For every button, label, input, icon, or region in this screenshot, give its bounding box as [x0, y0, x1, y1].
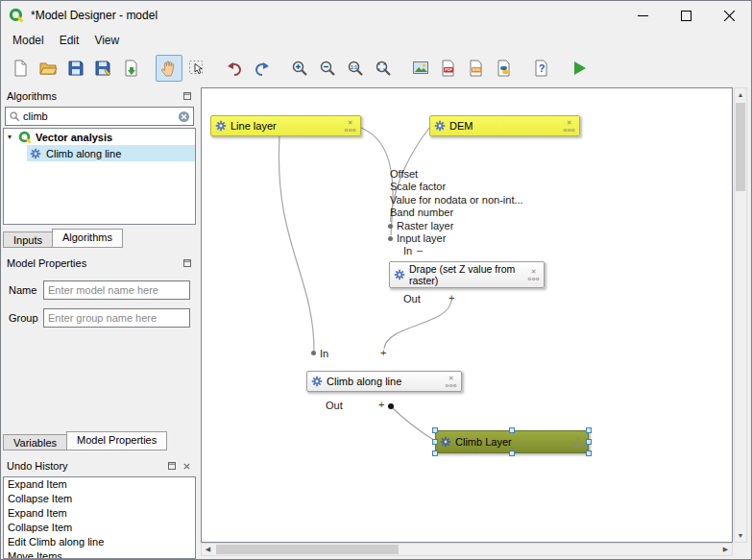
selected-row-highlight[interactable]: Climb along line	[27, 145, 195, 161]
climb-in-socket-dot[interactable]	[311, 351, 316, 355]
node-controls: ✕ ooo	[342, 119, 357, 133]
horizontal-scroll-thumb[interactable]	[216, 545, 399, 554]
menu-model[interactable]: Model	[5, 32, 52, 49]
selection-handle[interactable]	[432, 450, 438, 456]
export-model-button[interactable]	[118, 55, 145, 82]
socket-dot[interactable]	[388, 236, 393, 241]
zoom-out-icon	[318, 59, 337, 78]
open-folder-icon	[38, 59, 58, 78]
scroll-up-icon[interactable]: ▲	[735, 88, 746, 101]
node-controls: ✕ ooo	[561, 119, 576, 133]
zoom-actual-button[interactable]: 1:1	[342, 55, 369, 82]
climb-out-expand-toggle[interactable]: +	[378, 399, 384, 410]
model-node-climb-along-line[interactable]: Climb along line ✕ ooo	[306, 371, 462, 392]
export-svg-button[interactable]: SVG	[463, 55, 490, 82]
export-image-button[interactable]	[407, 55, 434, 82]
zoom-out-button[interactable]	[314, 55, 341, 82]
redo-button[interactable]	[249, 55, 276, 82]
save-model-button[interactable]	[62, 55, 89, 82]
menu-edit[interactable]: Edit	[52, 32, 87, 49]
socket-dot[interactable]	[388, 224, 393, 229]
drape-param-raster-layer[interactable]: Raster layer	[388, 220, 453, 231]
svg-text:PDF: PDF	[445, 67, 453, 72]
select-tool-button[interactable]	[183, 55, 210, 82]
tab-variables[interactable]: Variables	[3, 434, 67, 450]
export-pdf-button[interactable]: PDF	[435, 55, 462, 82]
tree-group-vector-analysis[interactable]: ▾ Vector analysis	[4, 129, 195, 145]
selection-handle[interactable]	[432, 439, 438, 445]
close-panel-icon[interactable]	[181, 460, 193, 473]
window-title: *Model Designer - model	[31, 9, 158, 22]
node-menu-icon[interactable]: ooo	[528, 276, 541, 281]
maximize-button[interactable]	[665, 1, 708, 30]
undo-list-item[interactable]: Collapse Item	[4, 492, 195, 506]
canvas-horizontal-scrollbar[interactable]: ◀ ▶	[201, 543, 733, 556]
close-button[interactable]	[708, 1, 751, 30]
zoom-full-button[interactable]	[370, 55, 397, 82]
edit-help-button[interactable]: ?	[528, 55, 555, 82]
drape-out-expand-toggle[interactable]: +	[449, 292, 454, 304]
model-canvas[interactable]: Line layer ✕ ooo DEM ✕ ooo Offset Scale …	[201, 87, 733, 543]
float-panel-icon[interactable]	[181, 257, 193, 270]
tree-group-label: Vector analysis	[36, 132, 112, 143]
scroll-down-icon[interactable]: ▼	[735, 529, 746, 542]
svg-text:SVG: SVG	[473, 67, 480, 72]
export-python-button[interactable]	[491, 55, 518, 82]
selection-handle[interactable]	[432, 427, 438, 433]
model-node-line-layer[interactable]: Line layer ✕ ooo	[210, 115, 361, 136]
node-menu-icon[interactable]: ooo	[572, 443, 585, 449]
undo-list-item[interactable]: Expand Item	[4, 477, 195, 492]
float-panel-icon[interactable]	[181, 90, 193, 103]
undo-list-item[interactable]: Collapse Item	[4, 521, 195, 535]
undo-button[interactable]	[221, 55, 248, 82]
run-model-button[interactable]	[566, 55, 593, 82]
climb-out-socket-dot[interactable]	[388, 403, 394, 409]
search-input[interactable]	[23, 110, 178, 122]
tree-item-climb-along-line[interactable]: Climb along line	[4, 145, 195, 161]
tree-expander-icon[interactable]: ▾	[8, 133, 18, 141]
drape-param-band-number: Band number	[388, 207, 453, 218]
save-model-as-button[interactable]	[90, 55, 117, 82]
selection-handle[interactable]	[586, 450, 592, 456]
node-menu-icon[interactable]: ooo	[446, 382, 458, 388]
minimize-button[interactable]	[621, 1, 665, 30]
climb-in-expand-toggle[interactable]: +	[380, 347, 386, 358]
scroll-left-icon[interactable]: ◀	[202, 544, 214, 555]
selection-handle[interactable]	[509, 450, 515, 456]
zoom-in-button[interactable]	[286, 55, 313, 82]
drape-in-collapse-toggle[interactable]: –	[417, 244, 423, 256]
node-menu-icon[interactable]: ooo	[345, 127, 357, 133]
selection-handle[interactable]	[586, 439, 592, 445]
open-model-button[interactable]	[35, 55, 61, 82]
drape-param-input-layer[interactable]: Input layer	[388, 232, 446, 244]
tab-algorithms[interactable]: Algorithms	[52, 229, 123, 248]
tab-model-properties[interactable]: Model Properties	[66, 431, 167, 450]
tab-inputs[interactable]: Inputs	[3, 231, 53, 248]
node-collapse-icon[interactable]: ✕	[567, 119, 572, 126]
model-name-input[interactable]	[43, 280, 190, 300]
scroll-right-icon[interactable]: ▶	[719, 544, 732, 555]
node-menu-icon[interactable]: ooo	[564, 127, 576, 133]
undo-list-item[interactable]: Edit Climb along line	[4, 535, 195, 549]
export-svg-icon: SVG	[467, 59, 486, 78]
model-group-input[interactable]	[43, 308, 190, 328]
pan-tool-button[interactable]	[156, 55, 182, 82]
node-collapse-icon[interactable]: ✕	[575, 435, 581, 442]
export-image-icon	[411, 59, 430, 78]
node-collapse-icon[interactable]: ✕	[531, 268, 537, 275]
undo-list-item[interactable]: Move Items	[4, 549, 195, 559]
float-panel-icon[interactable]	[165, 460, 178, 473]
menu-view[interactable]: View	[86, 32, 127, 49]
canvas-vertical-scrollbar[interactable]: ▲ ▼	[734, 87, 747, 543]
vertical-scroll-thumb[interactable]	[736, 103, 745, 191]
selection-handle[interactable]	[509, 427, 515, 433]
model-node-dem[interactable]: DEM ✕ ooo	[429, 115, 580, 136]
undo-list-item[interactable]: Expand Item	[4, 506, 195, 521]
node-collapse-icon[interactable]: ✕	[449, 375, 454, 381]
undo-history-title: Undo History	[7, 460, 68, 472]
clear-search-icon[interactable]	[178, 110, 190, 123]
model-node-drape[interactable]: Drape (set Z value from raster) ✕ ooo	[389, 261, 545, 288]
new-model-button[interactable]	[7, 55, 34, 82]
selection-handle[interactable]	[586, 427, 592, 433]
node-collapse-icon[interactable]: ✕	[348, 119, 353, 126]
